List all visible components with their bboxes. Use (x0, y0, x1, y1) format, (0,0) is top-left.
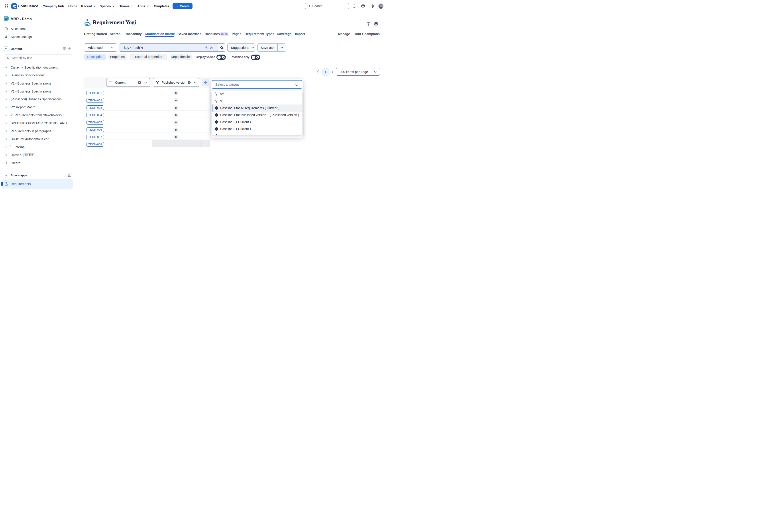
svg-text:AI: AI (210, 46, 213, 49)
